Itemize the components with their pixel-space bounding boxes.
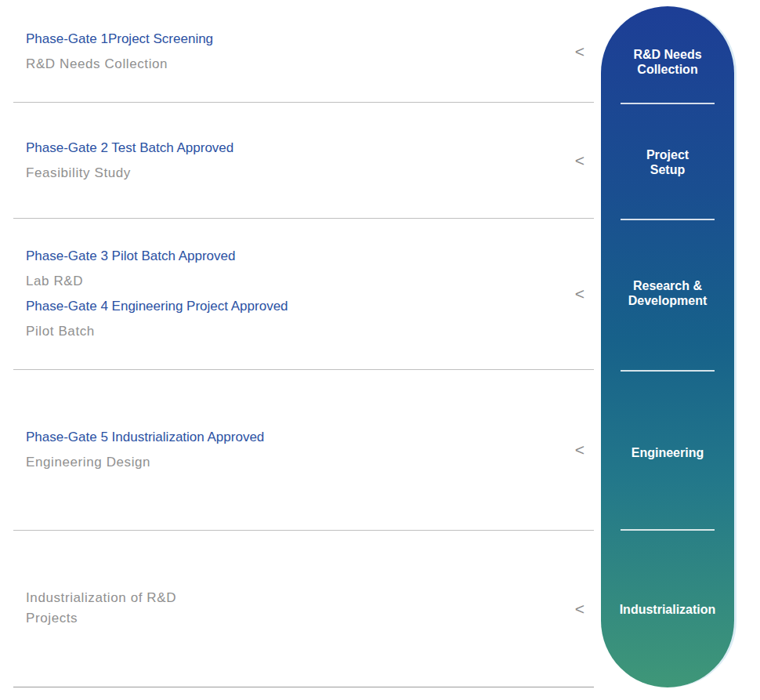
collapse-chevron-icon[interactable]: < <box>575 441 584 458</box>
stage-label-research-development: Research & Development <box>607 278 728 308</box>
phase-gate-process: Phase-Gate 1Project Screening R&D Needs … <box>0 0 760 700</box>
stage-separator <box>621 529 715 531</box>
phase-row-4: Phase-Gate 5 Industrialization Approved … <box>0 369 594 530</box>
phase-row-2: Phase-Gate 2 Test Batch Approved Feasibi… <box>0 102 594 218</box>
phase-row-5: Industrialization of R&D Projects < <box>0 530 594 687</box>
phase-gate-4-subtitle: Pilot Batch <box>26 322 288 340</box>
phase-gate-5-title[interactable]: Phase-Gate 5 Industrialization Approved <box>26 428 264 446</box>
phase-entries: Phase-Gate 2 Test Batch Approved Feasibi… <box>26 139 233 182</box>
collapse-chevron-icon[interactable]: < <box>575 152 584 169</box>
phase-gate-5-subtitle: Engineering Design <box>26 453 264 471</box>
phase-row-1: Phase-Gate 1Project Screening R&D Needs … <box>0 0 594 102</box>
phase-entries: Phase-Gate 5 Industrialization Approved … <box>26 428 264 471</box>
stage-separator <box>621 103 715 104</box>
phase-entries: Phase-Gate 1Project Screening R&D Needs … <box>26 30 213 73</box>
stage-separator <box>621 370 715 372</box>
phase-entries: Industrialization of R&D Projects <box>26 588 223 629</box>
collapse-chevron-icon[interactable]: < <box>575 285 584 302</box>
phase-gate-2-title[interactable]: Phase-Gate 2 Test Batch Approved <box>26 139 233 157</box>
phase-gate-3-title[interactable]: Phase-Gate 3 Pilot Batch Approved <box>26 247 288 265</box>
stage-separator <box>621 219 715 220</box>
stage-label-engineering: Engineering <box>607 445 728 460</box>
phase-row-3: Phase-Gate 3 Pilot Batch Approved Lab R&… <box>0 218 594 369</box>
collapse-chevron-icon[interactable]: < <box>575 43 584 60</box>
collapse-chevron-icon[interactable]: < <box>575 600 584 617</box>
industrialization-note: Industrialization of R&D Projects <box>26 588 223 629</box>
phase-gate-2-subtitle: Feasibility Study <box>26 164 233 182</box>
stage-label-rd-needs-collection: R&D Needs Collection <box>607 47 728 77</box>
row-divider <box>13 687 594 687</box>
phase-gate-1-title[interactable]: Phase-Gate 1Project Screening <box>26 30 213 48</box>
phase-entries: Phase-Gate 3 Pilot Batch Approved Lab R&… <box>26 247 288 340</box>
stage-label-project-setup: Project Setup <box>607 147 728 177</box>
stage-pill: R&D Needs Collection Project Setup Resea… <box>601 6 734 687</box>
phase-gate-1-subtitle: R&D Needs Collection <box>26 55 213 73</box>
phase-gate-4-title[interactable]: Phase-Gate 4 Engineering Project Approve… <box>26 297 288 315</box>
stage-label-industrialization: Industrialization <box>607 602 728 617</box>
phase-gate-3-subtitle: Lab R&D <box>26 272 288 290</box>
